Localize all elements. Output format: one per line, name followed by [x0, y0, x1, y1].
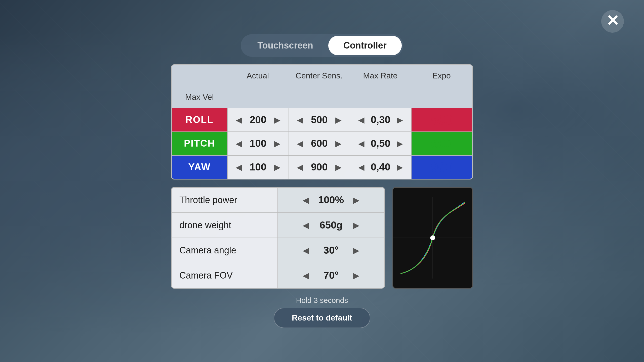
- pitch-actual-inc[interactable]: ▶: [272, 139, 283, 149]
- table-row-roll: ROLL ◀ 200 ▶ ◀ 500 ▶ ◀ 0,30 ▶ 500: [172, 108, 472, 132]
- throttle-row: Throttle power ◀ 100% ▶: [172, 188, 384, 213]
- tab-touchscreen[interactable]: Touchscreen: [242, 36, 328, 55]
- roll-actual-cell: ◀ 200 ▶: [227, 108, 289, 131]
- pitch-max-rate-value: 0,50: [371, 138, 391, 149]
- roll-actual-inc[interactable]: ▶: [272, 115, 283, 125]
- camera-fov-value: 70°: [316, 270, 346, 281]
- camera-angle-inc[interactable]: ▶: [351, 245, 361, 255]
- header-max-rate: Max Rate: [350, 65, 411, 86]
- drone-weight-label: drone weight: [172, 213, 278, 238]
- camera-angle-control: ◀ 30° ▶: [278, 238, 384, 263]
- table-row-yaw: YAW ◀ 100 ▶ ◀ 900 ▶ ◀ 0,40 ▶ 900: [172, 156, 472, 179]
- yaw-max-vel-cell: 900: [411, 156, 472, 179]
- camera-fov-row: Camera FOV ◀ 70° ▶: [172, 263, 384, 288]
- pitch-label: PITCH: [172, 132, 227, 155]
- yaw-center-sens-inc[interactable]: ▶: [333, 162, 344, 172]
- yaw-actual-cell: ◀ 100 ▶: [227, 156, 289, 179]
- pitch-actual-cell: ◀ 100 ▶: [227, 132, 289, 155]
- yaw-max-rate-cell: ◀ 0,40 ▶: [350, 156, 411, 179]
- throttle-control: ◀ 100% ▶: [278, 188, 384, 212]
- tab-controller[interactable]: Controller: [328, 36, 402, 55]
- tab-switcher: Touchscreen Controller: [241, 34, 403, 57]
- pitch-max-rate-inc[interactable]: ▶: [395, 139, 405, 149]
- pitch-actual-value: 100: [248, 138, 268, 149]
- drone-weight-dec[interactable]: ◀: [301, 220, 311, 230]
- roll-center-sens-value: 500: [309, 114, 329, 125]
- roll-center-sens-inc[interactable]: ▶: [333, 115, 344, 125]
- roll-center-sens-cell: ◀ 500 ▶: [289, 108, 350, 131]
- response-curve-chart: [392, 187, 473, 289]
- roll-max-rate-value: 0,30: [371, 114, 391, 125]
- pitch-center-sens-dec[interactable]: ◀: [295, 139, 305, 149]
- drone-weight-control: ◀ 650g ▶: [278, 213, 384, 238]
- pitch-max-rate-dec[interactable]: ◀: [356, 139, 367, 149]
- table-header: Actual Center Sens. Max Rate Expo Max Ve…: [172, 65, 472, 108]
- pitch-center-sens-value: 600: [309, 138, 329, 149]
- throttle-label: Throttle power: [172, 188, 278, 212]
- yaw-actual-inc[interactable]: ▶: [272, 162, 283, 172]
- yaw-max-rate-dec[interactable]: ◀: [356, 162, 367, 172]
- curve-svg: [393, 188, 472, 288]
- yaw-max-rate-value: 0,40: [371, 161, 391, 173]
- camera-fov-label: Camera FOV: [172, 263, 278, 288]
- pitch-max-vel-value: 600: [431, 136, 453, 151]
- camera-angle-row: Camera angle ◀ 30° ▶: [172, 238, 384, 263]
- table-row-pitch: PITCH ◀ 100 ▶ ◀ 600 ▶ ◀ 0,50 ▶ 600: [172, 132, 472, 156]
- camera-angle-value: 30°: [316, 245, 346, 256]
- yaw-label: YAW: [172, 156, 227, 179]
- roll-max-rate-dec[interactable]: ◀: [356, 115, 367, 125]
- throttle-value: 100%: [316, 194, 346, 206]
- drone-weight-inc[interactable]: ▶: [351, 220, 361, 230]
- camera-fov-dec[interactable]: ◀: [301, 270, 311, 281]
- header-max-vel: Max Vel: [172, 86, 227, 108]
- header-expo: Expo: [411, 65, 472, 86]
- throttle-inc[interactable]: ▶: [351, 195, 361, 205]
- pitch-max-rate-cell: ◀ 0,50 ▶: [350, 132, 411, 155]
- camera-angle-label: Camera angle: [172, 238, 278, 263]
- yaw-center-sens-cell: ◀ 900 ▶: [289, 156, 350, 179]
- drone-weight-value: 650g: [316, 219, 346, 231]
- throttle-dec[interactable]: ◀: [301, 195, 311, 205]
- drone-weight-row: drone weight ◀ 650g ▶: [172, 213, 384, 238]
- pitch-center-sens-cell: ◀ 600 ▶: [289, 132, 350, 155]
- roll-actual-value: 200: [248, 114, 268, 125]
- yaw-max-rate-inc[interactable]: ▶: [395, 162, 405, 172]
- roll-actual-dec[interactable]: ◀: [234, 115, 244, 125]
- close-button[interactable]: ✕: [601, 10, 624, 33]
- rates-table: Actual Center Sens. Max Rate Expo Max Ve…: [171, 64, 473, 179]
- bottom-section: Throttle power ◀ 100% ▶ drone weight ◀ 6…: [171, 187, 473, 289]
- pitch-max-vel-cell: 600: [411, 132, 472, 155]
- camera-fov-control: ◀ 70° ▶: [278, 263, 384, 288]
- pitch-actual-dec[interactable]: ◀: [234, 139, 244, 149]
- camera-angle-dec[interactable]: ◀: [301, 245, 311, 255]
- header-actual: Actual: [227, 65, 289, 86]
- roll-label: ROLL: [172, 108, 227, 131]
- header-empty: [172, 65, 227, 86]
- svg-point-3: [430, 235, 435, 240]
- header-center-sens: Center Sens.: [289, 65, 350, 86]
- footer: Hold 3 seconds Reset to default: [274, 296, 370, 328]
- yaw-max-vel-value: 900: [431, 160, 453, 175]
- close-icon: ✕: [606, 13, 619, 28]
- yaw-center-sens-value: 900: [309, 161, 329, 173]
- camera-fov-inc[interactable]: ▶: [351, 270, 361, 281]
- settings-panel: Throttle power ◀ 100% ▶ drone weight ◀ 6…: [171, 187, 385, 289]
- pitch-center-sens-inc[interactable]: ▶: [333, 139, 344, 149]
- reset-button[interactable]: Reset to default: [274, 308, 370, 328]
- yaw-center-sens-dec[interactable]: ◀: [295, 162, 305, 172]
- yaw-actual-dec[interactable]: ◀: [234, 162, 244, 172]
- roll-center-sens-dec[interactable]: ◀: [295, 115, 305, 125]
- roll-max-vel-value: 500: [431, 112, 453, 127]
- roll-max-rate-cell: ◀ 0,30 ▶: [350, 108, 411, 131]
- roll-max-rate-inc[interactable]: ▶: [395, 115, 405, 125]
- footer-hint: Hold 3 seconds: [296, 296, 348, 305]
- roll-max-vel-cell: 500: [411, 108, 472, 131]
- yaw-actual-value: 100: [248, 161, 268, 173]
